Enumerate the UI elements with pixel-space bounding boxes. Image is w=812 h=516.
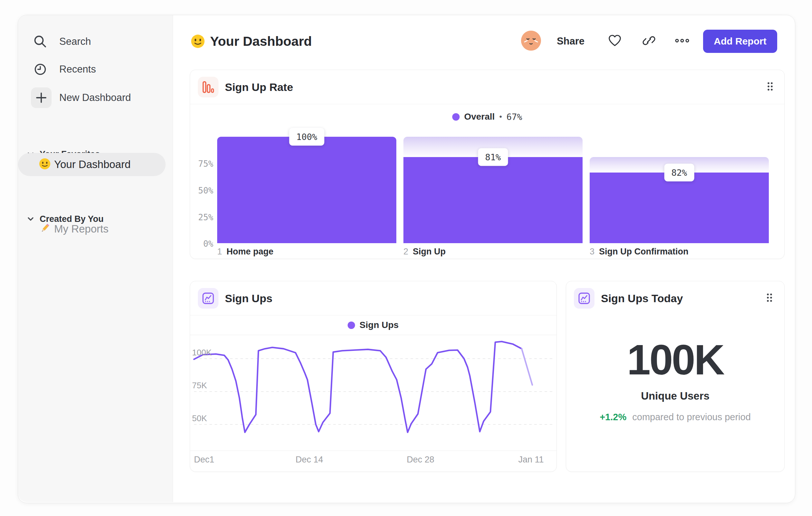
step-name: Sign Up Confirmation <box>599 247 688 256</box>
page-title: Your Dashboard <box>210 34 312 49</box>
sidebar-item-new-dashboard[interactable]: New Dashboard <box>18 86 173 109</box>
sidebar-item-search[interactable]: Search <box>18 30 173 53</box>
legend-label: Overall <box>464 112 495 122</box>
divider <box>190 451 556 451</box>
card-sign-ups-today: Sign Ups Today 100K Unique Users +1.2% c… <box>566 281 785 472</box>
y-axis-tick: 75K <box>192 381 207 390</box>
stat-delta: +1.2% compared to previous period <box>600 412 751 423</box>
step-number: 3 <box>590 247 594 256</box>
sidebar-item-my-reports[interactable]: My Reports <box>18 217 166 241</box>
step-number: 2 <box>403 247 408 256</box>
x-axis-tick: Jan 11 <box>518 455 544 465</box>
favorite-heart-icon[interactable] <box>607 33 622 49</box>
funnel-step-label: 1Home page <box>217 247 273 257</box>
funnel-value-chip: 81% <box>478 148 508 166</box>
sidebar-item-label: Recents <box>59 63 96 75</box>
card-title: Sign Ups Today <box>601 292 683 305</box>
dashboard-title-emoji <box>191 34 205 50</box>
y-axis-tick: 75% <box>190 159 213 169</box>
card-title: Sign Up Rate <box>225 81 293 93</box>
funnel-value-chip: 100% <box>289 128 324 146</box>
pencil-emoji <box>39 222 51 236</box>
legend-value: 67% <box>506 112 522 122</box>
card-sign-ups: Sign Ups Sign Ups 100K 75K 50K Dec1 Dec … <box>190 281 557 472</box>
avatar[interactable] <box>521 30 541 52</box>
step-name: Home page <box>227 247 273 256</box>
search-icon <box>33 34 48 49</box>
step-number: 1 <box>217 247 222 256</box>
delta-note: compared to previous period <box>632 412 751 422</box>
funnel-bar-sign-up-confirmation[interactable]: 82% <box>590 137 769 243</box>
step-name: Sign Up <box>413 247 446 256</box>
plus-icon <box>31 87 52 108</box>
x-axis-tick: Dec 28 <box>407 455 434 465</box>
sign-ups-line-chart[interactable] <box>190 281 556 471</box>
legend-separator: • <box>499 112 502 121</box>
funnel-step-label: 3Sign Up Confirmation <box>590 247 689 257</box>
y-axis-tick: 100K <box>192 348 212 358</box>
funnel-step-label: 2Sign Up <box>403 247 446 257</box>
funnel-bar-solid <box>217 137 396 243</box>
funnel-bar-solid <box>403 157 583 243</box>
share-button[interactable]: Share <box>557 35 584 47</box>
legend-dot-icon <box>452 113 460 120</box>
funnel-bar-solid <box>590 172 769 243</box>
sidebar-item-label: Search <box>59 36 91 47</box>
sidebar-item-label: My Reports <box>54 223 109 235</box>
funnel-legend: Overall • 67% <box>452 112 522 122</box>
app-window: Search Recents New Dashboard Your Favori… <box>18 15 795 503</box>
x-axis-tick: Dec1 <box>194 455 214 465</box>
card-header: Sign Ups Today <box>566 281 784 315</box>
y-axis-tick: 25% <box>190 213 213 222</box>
funnel-chart-icon <box>198 77 219 98</box>
add-report-button[interactable]: Add Report <box>703 30 777 53</box>
card-header: Sign Up Rate <box>190 70 784 104</box>
sidebar: Search Recents New Dashboard Your Favori… <box>18 15 173 502</box>
x-axis-tick: Dec 14 <box>295 455 323 465</box>
line-chart-icon <box>574 288 594 309</box>
y-axis-tick: 0% <box>190 239 213 249</box>
funnel-value-chip: 82% <box>664 164 694 181</box>
clock-icon <box>33 62 48 77</box>
sidebar-item-label: New Dashboard <box>59 92 131 104</box>
drag-handle-icon[interactable] <box>766 82 774 92</box>
y-axis-tick: 50K <box>192 413 207 424</box>
funnel-bar-home-page[interactable]: 100% <box>217 137 396 243</box>
delta-percent: +1.2% <box>600 412 627 422</box>
sidebar-item-recents[interactable]: Recents <box>18 58 173 81</box>
screenshot-root: Search Recents New Dashboard Your Favori… <box>0 0 812 516</box>
drag-handle-icon[interactable] <box>766 293 773 304</box>
card-sign-up-rate: Sign Up Rate Overall • 67% 75% 50% 25% 0… <box>190 70 785 259</box>
sidebar-item-your-dashboard[interactable]: Your Dashboard <box>18 153 166 176</box>
more-options-icon[interactable] <box>674 37 690 45</box>
stat-label: Unique Users <box>641 390 709 402</box>
y-axis-tick: 50% <box>190 186 213 195</box>
funnel-bar-sign-up[interactable]: 81% <box>403 137 583 243</box>
smiley-emoji <box>39 158 51 171</box>
copy-link-icon[interactable] <box>642 33 656 49</box>
sidebar-item-label: Your Dashboard <box>54 158 130 171</box>
stat-value: 100K <box>627 335 724 384</box>
